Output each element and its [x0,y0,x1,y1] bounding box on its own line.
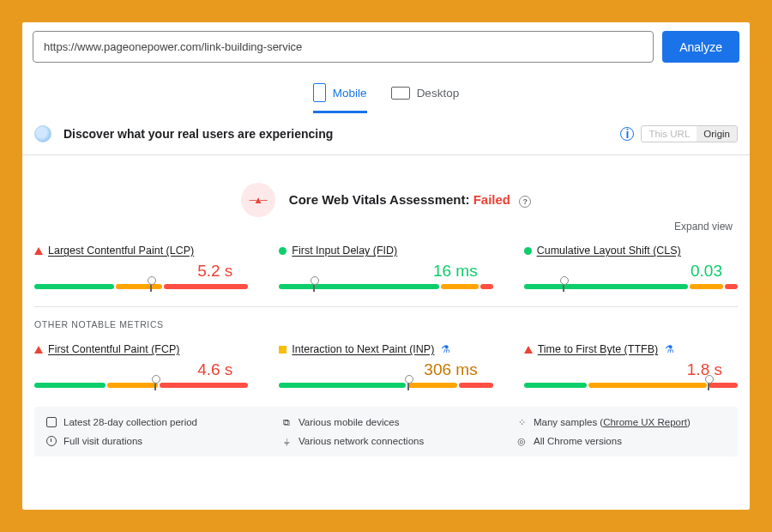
other-metrics-label: OTHER NOTABLE METRICS [34,319,738,329]
metric-name[interactable]: First Contentful Paint (FCP) [48,343,180,355]
bar-segment [34,383,106,388]
tab-desktop[interactable]: Desktop [391,83,460,113]
expand-view-link[interactable]: Expand view [34,221,738,233]
assessment-row: ─▴─ Core Web Vitals Assessment: Failed ? [34,183,738,217]
bar-marker [708,380,709,390]
metric-value: 4.6 s [34,360,232,379]
bar-marker [150,281,152,292]
devices-icon: ⧉ [281,417,292,427]
bar-marker [313,281,315,292]
metric-inp: Interaction to Next Paint (INP) ⚗ 306 ms [279,343,492,388]
distribution-bar [524,284,738,289]
clock-icon [46,436,57,446]
footer-text: All Chrome versions [534,436,622,446]
bar-marker [407,380,409,390]
bar-segment [690,284,723,289]
metric-value: 306 ms [279,360,477,379]
status-triangle-icon [524,346,533,354]
samples-icon: ⁘ [516,417,527,427]
toggle-this-url[interactable]: This URL [642,126,697,142]
globe-icon [34,125,51,142]
bar-segment [441,284,479,289]
banner-left: Discover what your real users are experi… [34,125,333,142]
status-triangle-icon [34,247,43,255]
device-tabs: Mobile Desktop [22,83,750,113]
metric-head: First Contentful Paint (FCP) [34,343,248,355]
mobile-icon [313,83,326,102]
bar-segment [34,284,114,289]
help-icon[interactable]: ? [519,196,531,208]
bar-segment [160,383,248,388]
footer-devices: ⧉Various mobile devices [281,417,491,427]
status-square-icon [279,346,286,354]
metric-name[interactable]: Largest Contentful Paint (LCP) [48,245,194,257]
footer-samples: ⁘Many samples (Chrome UX Report) [516,417,726,427]
metric-lcp: Largest Contentful Paint (LCP) 5.2 s [34,245,248,289]
wifi-icon: ⏚ [281,436,292,446]
info-icon[interactable]: i [620,127,634,141]
bar-segment [107,383,158,388]
scope-toggle: This URL Origin [641,125,738,142]
metric-head: Time to First Byte (TTFB) ⚗ [524,343,738,355]
bar-segment [725,284,738,289]
bar-segment [279,383,405,388]
banner-right: i This URL Origin [620,125,738,142]
assessment-text: Core Web Vitals Assessment: Failed ? [289,192,531,208]
metric-name[interactable]: Cumulative Layout Shift (CLS) [537,245,681,257]
footer-networks: ⏚Various network connections [281,436,491,446]
footer-versions: ◎All Chrome versions [516,436,726,446]
metric-head: Interaction to Next Paint (INP) ⚗ [279,343,492,355]
toggle-origin[interactable]: Origin [697,126,737,142]
banner-title: Discover what your real users are experi… [63,127,333,141]
distribution-bar [34,284,248,289]
metric-name[interactable]: First Input Delay (FID) [292,245,397,257]
footer-period: Latest 28-day collection period [46,417,256,427]
footer-samples-prefix: Many samples ( [534,417,603,427]
status-dot-icon [279,247,286,255]
metric-name[interactable]: Time to First Byte (TTFB) [538,343,659,355]
main-panel: Analyze Mobile Desktop Discover what you… [22,22,750,510]
bar-segment [480,284,493,289]
footer-text: Various network connections [299,436,424,446]
top-row: Analyze [22,31,750,63]
bar-segment [116,284,162,289]
distribution-bar [279,383,492,388]
tab-label: Desktop [417,87,460,100]
metric-head: First Input Delay (FID) [279,245,492,257]
footer-info: Latest 28-day collection period ⧉Various… [34,407,738,456]
divider [34,306,738,307]
url-input[interactable] [33,31,654,63]
bar-marker [154,380,156,390]
metric-ttfb: Time to First Byte (TTFB) ⚗ 1.8 s [524,343,738,388]
chrome-ux-link[interactable]: Chrome UX Report [603,417,687,427]
metric-fcp: First Contentful Paint (FCP) 4.6 s [34,343,248,388]
content: ─▴─ Core Web Vitals Assessment: Failed ?… [22,155,750,456]
bar-marker [563,281,564,292]
assessment-fail-icon: ─▴─ [241,183,275,217]
calendar-icon [46,417,57,427]
chrome-icon: ◎ [516,436,527,446]
other-metrics-grid: First Contentful Paint (FCP) 4.6 s Inter… [34,343,738,388]
flask-icon: ⚗ [441,343,450,355]
status-triangle-icon [34,346,43,354]
distribution-bar [34,383,248,388]
distribution-bar [279,284,492,289]
bar-segment [588,383,706,388]
footer-text: Various mobile devices [299,417,399,427]
tab-mobile[interactable]: Mobile [313,83,367,113]
bar-segment [524,383,588,388]
footer-text: Many samples (Chrome UX Report) [534,417,691,427]
bar-segment [524,284,688,289]
analyze-button[interactable]: Analyze [662,31,739,63]
metric-head: Cumulative Layout Shift (CLS) [524,245,738,257]
banner: Discover what your real users are experi… [22,113,750,155]
core-vitals-grid: Largest Contentful Paint (LCP) 5.2 s Fir… [34,245,738,289]
bar-segment [709,383,738,388]
flask-icon: ⚗ [665,343,674,355]
assessment-prefix: Core Web Vitals Assessment: [289,192,473,207]
metric-value: 5.2 s [34,262,232,281]
status-dot-icon [524,247,532,255]
assessment-result: Failed [473,192,510,207]
metric-name[interactable]: Interaction to Next Paint (INP) [292,343,434,355]
metric-cls: Cumulative Layout Shift (CLS) 0.03 [524,245,738,289]
